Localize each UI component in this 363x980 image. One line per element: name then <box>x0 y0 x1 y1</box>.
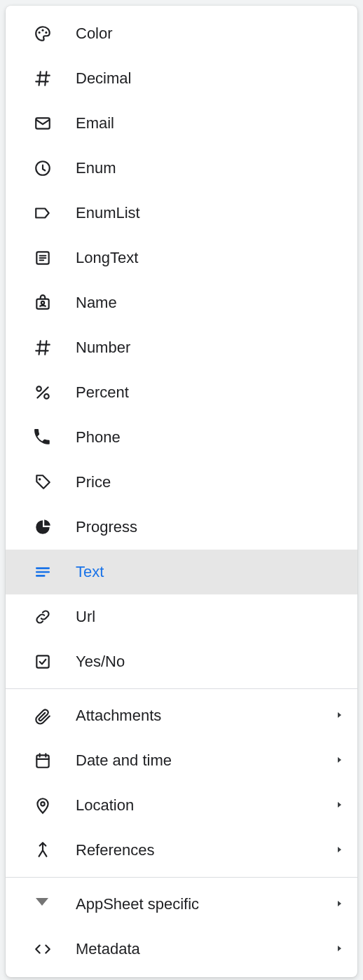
menu-item-url[interactable]: Url <box>6 594 357 639</box>
chevron-right-icon <box>335 844 343 857</box>
clock-icon <box>34 159 76 177</box>
attachment-icon <box>34 707 76 725</box>
menu-item-name[interactable]: Name <box>6 280 357 325</box>
menu-item-label: LongText <box>76 249 343 267</box>
menu-item-appsheet-specific[interactable]: AppSheet specific <box>6 882 357 927</box>
menu-item-label: Name <box>76 294 343 312</box>
text-icon <box>34 563 76 581</box>
menu-item-label: Percent <box>76 383 343 402</box>
menu-item-progress[interactable]: Progress <box>6 505 357 550</box>
menu-item-label: Metadata <box>76 940 335 958</box>
menu-item-enumlist[interactable]: EnumList <box>6 191 357 236</box>
menu-item-location[interactable]: Location <box>6 783 357 828</box>
menu-item-yes-no[interactable]: Yes/No <box>6 639 357 684</box>
merge-icon <box>34 841 76 859</box>
chevron-right-icon <box>335 754 343 767</box>
menu-item-email[interactable]: Email <box>6 101 357 146</box>
menu-item-color[interactable]: Color <box>6 11 357 56</box>
phone-icon <box>34 428 76 447</box>
menu-item-label: Enum <box>76 159 343 177</box>
chevron-right-icon <box>335 709 343 722</box>
hash-icon <box>34 339 76 357</box>
chevron-right-icon <box>335 799 343 812</box>
menu-item-price[interactable]: Price <box>6 460 357 505</box>
menu-item-label: Email <box>76 114 343 132</box>
notes-box-icon <box>34 249 76 267</box>
menu-item-attachments[interactable]: Attachments <box>6 693 357 738</box>
menu-item-references[interactable]: References <box>6 828 357 873</box>
menu-item-enum[interactable]: Enum <box>6 146 357 191</box>
menu-item-label: Phone <box>76 428 343 447</box>
hash-icon <box>34 69 76 88</box>
menu-item-decimal[interactable]: Decimal <box>6 56 357 101</box>
code-icon <box>34 940 76 958</box>
badge-icon <box>34 294 76 312</box>
menu-item-label: Progress <box>76 518 343 536</box>
menu-item-label: Text <box>76 563 343 581</box>
menu-item-label: Color <box>76 25 343 43</box>
menu-item-label: References <box>76 841 335 859</box>
menu-item-label: Price <box>76 473 343 491</box>
tag-outline-icon <box>34 204 76 222</box>
calendar-icon <box>34 751 76 770</box>
menu-item-label: Decimal <box>76 69 343 88</box>
percent-icon <box>34 383 76 402</box>
appsheet-icon <box>34 896 76 913</box>
menu-item-label: Url <box>76 608 343 626</box>
location-icon <box>34 796 76 815</box>
menu-item-label: AppSheet specific <box>76 895 335 913</box>
menu-item-label: Date and time <box>76 751 335 770</box>
menu-item-label: Yes/No <box>76 653 343 671</box>
divider <box>6 877 357 878</box>
menu-item-label: Location <box>76 796 335 815</box>
menu-item-longtext[interactable]: LongText <box>6 236 357 280</box>
menu-item-percent[interactable]: Percent <box>6 370 357 415</box>
menu-item-date-and-time[interactable]: Date and time <box>6 738 357 783</box>
price-tag-icon <box>34 473 76 491</box>
chevron-right-icon <box>335 943 343 955</box>
menu-item-label: EnumList <box>76 204 343 222</box>
type-select-menu: ColorDecimalEmailEnumEnumListLongTextNam… <box>6 6 357 977</box>
chevron-right-icon <box>335 898 343 911</box>
checkbox-icon <box>34 653 76 671</box>
link-icon <box>34 608 76 626</box>
menu-item-label: Attachments <box>76 707 335 725</box>
menu-item-metadata[interactable]: Metadata <box>6 927 357 972</box>
divider <box>6 688 357 689</box>
menu-item-number[interactable]: Number <box>6 325 357 370</box>
menu-item-phone[interactable]: Phone <box>6 415 357 460</box>
menu-item-label: Number <box>76 339 343 357</box>
palette-icon <box>34 25 76 43</box>
menu-item-text[interactable]: Text <box>6 550 357 594</box>
pie-icon <box>34 518 76 536</box>
mail-icon <box>34 114 76 132</box>
